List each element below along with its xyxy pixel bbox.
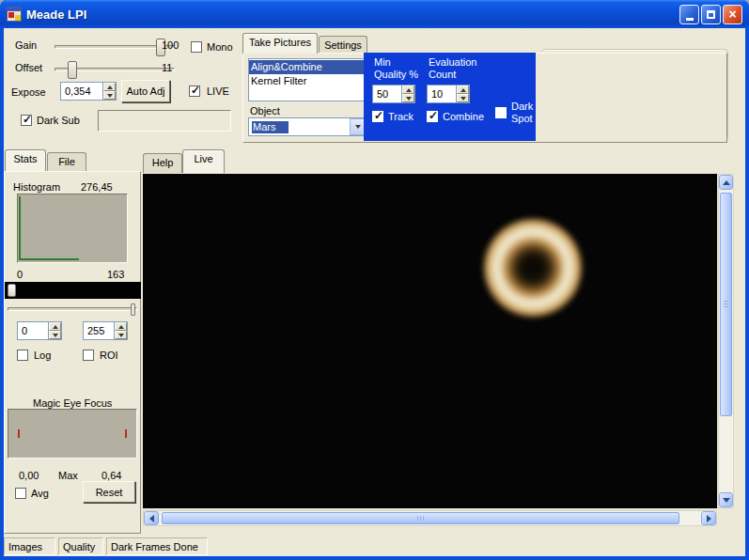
evaluation-spin-down-button[interactable] — [457, 94, 469, 102]
offset-slider[interactable] — [55, 68, 175, 71]
track-checkbox[interactable] — [372, 111, 383, 122]
range-min-label: 0 — [17, 269, 23, 280]
reset-button[interactable]: Reset — [83, 481, 135, 503]
chevron-down-icon — [355, 125, 361, 129]
histogram-y-axis-line — [19, 196, 21, 260]
gain-label: Gain — [15, 39, 37, 51]
object-combobox[interactable]: Mars — [248, 117, 367, 136]
tab-settings[interactable]: Settings — [319, 36, 367, 54]
min-quality-spin-down-button[interactable] — [402, 94, 414, 102]
mono-label: Mono — [207, 41, 233, 53]
vertical-scrollbar-thumb[interactable] — [720, 193, 732, 416]
white-spin-down-button[interactable] — [115, 331, 127, 339]
evaluation-count-spinner[interactable]: 10 — [427, 85, 470, 103]
white-level-slider[interactable] — [8, 307, 137, 311]
dark-spot-label-1: Dark — [511, 101, 533, 112]
scroll-left-button[interactable] — [144, 511, 159, 525]
scrollbar-grip-icon — [724, 301, 728, 309]
black-spin-up-button[interactable] — [49, 322, 61, 331]
dark-spot-label-2: Spot — [511, 113, 533, 124]
log-checkbox[interactable] — [17, 350, 28, 361]
scroll-up-button[interactable] — [719, 175, 733, 190]
focus-marker-left — [18, 429, 20, 438]
tab-help-label: Help — [152, 157, 174, 168]
evaluation-spin-up-button[interactable] — [457, 86, 469, 94]
black-level-spinner[interactable]: 0 — [17, 321, 62, 340]
min-quality-spinner[interactable]: 50 — [372, 85, 415, 103]
white-level-value: 255 — [84, 322, 114, 339]
minimize-button[interactable] — [679, 5, 699, 24]
roi-checkbox[interactable] — [83, 350, 94, 361]
tab-help[interactable]: Help — [143, 153, 182, 173]
process-listbox[interactable]: Align&Combine Kernel Filter — [248, 58, 367, 101]
dark-sub-checkbox[interactable] — [21, 115, 32, 126]
combine-checkbox[interactable] — [427, 111, 438, 122]
black-spin-down-button[interactable] — [49, 331, 61, 339]
horizontal-scrollbar-thumb[interactable] — [162, 512, 679, 524]
histogram-trace-line — [19, 258, 79, 260]
roi-label: ROI — [100, 350, 118, 361]
tab-file[interactable]: File — [47, 152, 86, 171]
quality-panel: Min Quality % Evaluation Count 50 10 Tra… — [364, 53, 536, 141]
white-level-spinner[interactable]: 255 — [83, 321, 128, 340]
tab-live-label: Live — [194, 153, 212, 164]
auto-adj-label: Auto Adj — [127, 86, 165, 97]
chevron-up-icon — [723, 180, 730, 185]
list-item-align-combine[interactable]: Align&Combine — [249, 60, 366, 74]
tab-take-pictures[interactable]: Take Pictures — [242, 33, 318, 54]
list-item-kernel-filter[interactable]: Kernel Filter — [249, 74, 366, 88]
black-level-value: 0 — [18, 322, 48, 339]
dark-spot-checkbox[interactable] — [495, 107, 507, 118]
maximize-button[interactable] — [701, 5, 721, 24]
magic-eye-display — [8, 409, 137, 459]
offset-slider-thumb[interactable] — [68, 61, 77, 79]
live-label: LIVE — [207, 86, 229, 97]
spin-down-icon — [460, 97, 466, 101]
close-button[interactable]: × — [723, 5, 742, 24]
magic-eye-focus-label: Magic Eye Focus — [33, 397, 112, 409]
tab-settings-label: Settings — [324, 39, 362, 51]
horizontal-scrollbar[interactable] — [143, 510, 717, 526]
vertical-scrollbar[interactable] — [718, 174, 734, 508]
evaluation-label-2: Count — [429, 69, 456, 80]
combine-label: Combine — [443, 111, 484, 122]
gain-slider[interactable] — [55, 45, 175, 49]
min-quality-label-1: Min — [374, 56, 391, 68]
black-level-slider-thumb[interactable] — [8, 284, 16, 297]
expose-label: Expose — [11, 86, 46, 98]
expose-spin-up-button[interactable] — [103, 83, 116, 91]
spin-up-icon — [460, 88, 466, 92]
window-title: Meade LPI — [26, 8, 86, 22]
avg-checkbox[interactable] — [15, 488, 26, 499]
expose-spin-down-button[interactable] — [103, 91, 116, 100]
titlebar[interactable]: Meade LPI × — [0, 0, 749, 28]
tab-live[interactable]: Live — [182, 149, 225, 173]
white-spin-up-button[interactable] — [115, 322, 127, 331]
black-level-slider[interactable] — [5, 282, 141, 299]
tab-stats[interactable]: Stats — [5, 149, 46, 171]
reset-button-label: Reset — [96, 487, 123, 498]
spin-down-icon — [118, 334, 124, 337]
minimize-icon — [686, 18, 694, 21]
expose-spinner[interactable]: 0,354 — [60, 82, 117, 101]
spin-down-icon — [53, 334, 58, 337]
min-quality-spin-up-button[interactable] — [402, 86, 414, 94]
focus-current-value: 0,00 — [19, 470, 39, 481]
live-checkbox[interactable] — [189, 86, 200, 97]
scroll-down-button[interactable] — [719, 492, 733, 507]
white-level-slider-thumb[interactable] — [131, 303, 135, 316]
live-image-viewport[interactable] — [143, 174, 717, 508]
mono-checkbox[interactable] — [191, 41, 202, 53]
status-panel-quality: Quality — [58, 537, 103, 555]
scrollbar-grip-icon — [417, 516, 426, 521]
meade-lpi-window: Meade LPI × Gain 100 Mono Offset 11 Expo… — [0, 0, 749, 560]
auto-adj-button[interactable]: Auto Adj — [121, 80, 170, 102]
chevron-down-icon — [723, 498, 730, 503]
histogram-label: Histogram — [13, 181, 60, 193]
spin-down-icon — [406, 97, 412, 101]
focus-max-value: 0,64 — [101, 470, 121, 481]
chevron-left-icon — [149, 515, 154, 522]
scroll-right-button[interactable] — [701, 511, 716, 525]
object-combobox-value: Mars — [249, 118, 350, 135]
status-panel-images: Images — [4, 537, 55, 555]
